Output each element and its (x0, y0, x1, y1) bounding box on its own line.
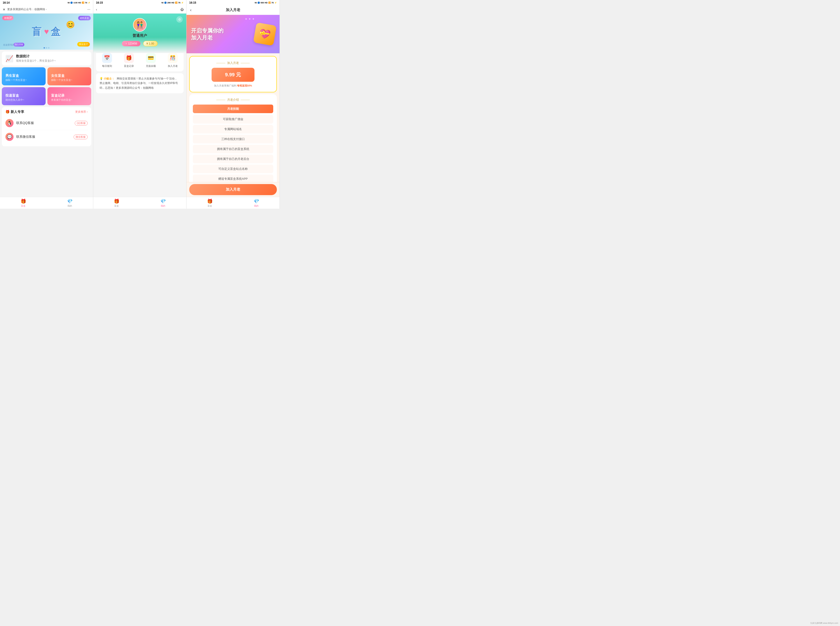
banner-main-text-2: 盒 (51, 25, 61, 38)
avatar-2: 👫 (133, 18, 147, 31)
nav-title-1: 更多亲测源码公众号：创颜网络 - (7, 8, 86, 11)
intro-active-tab[interactable]: 月老技能 (193, 105, 273, 113)
status-icons-2: NI 🔵 290 HD 📶 75 ⚡ (161, 2, 184, 4)
tab-box-3[interactable]: 🎁 盲盒 (186, 197, 233, 209)
intro-item-0: 可获取推广佣金 (193, 115, 273, 124)
banner-tag-1: 游戏CP (2, 16, 14, 20)
intro-item-6: 赠送专属盲盒系统APP (193, 175, 273, 182)
gear-icon-2[interactable]: ⚙ (176, 16, 183, 23)
tab-mine-label-2: 我的 (161, 204, 165, 208)
back-icon-2[interactable]: ‹ (96, 8, 97, 11)
notice-box: 💡 小贴士： 网络交友需谨慎！禁止大批量参与与'抽一个'活动，禁止微商、电销、引… (96, 73, 184, 93)
grid-item-submit-box[interactable]: 投递盲盒 期待您加入其中~ (2, 87, 45, 105)
power-icon-2[interactable]: ⏻ (180, 8, 184, 11)
stats-icon: 📈 (5, 55, 13, 62)
tab-box-icon-2: 🎁 (114, 199, 119, 204)
price-divider-left (216, 63, 225, 63)
profile-name: 普通用户 (133, 33, 147, 38)
tab-mine-icon-2: 💎 (160, 199, 166, 204)
nav-bar-2: ‹ ⏻ (93, 5, 186, 14)
grid-item-box-record[interactable]: 盲盒记录 查看属于你的盲盒~ (47, 87, 91, 105)
phone-screen-1: 16:14 NI 🔵 4.00 HD 📶 74 ⚡ ✕ 更多亲测源码公众号：创颜… (0, 0, 93, 209)
back-icon-3[interactable]: ‹ (190, 8, 191, 13)
grid-title-male: 男生盲盒 (5, 74, 42, 78)
recharge-label: 充值余额 (146, 64, 156, 68)
status-bar-1: 16:14 NI 🔵 4.00 HD 📶 74 ⚡ (0, 0, 93, 5)
tab-box-2[interactable]: 🎁 盲盒 (93, 197, 140, 209)
tab-mine-label-3: 我的 (254, 204, 258, 208)
intro-item-5: 可自定义盲盒站点名称 (193, 164, 273, 173)
intro-card: 月老介绍 月老技能 可获取推广佣金 专属网站域名 三种在线支付接口 拥有属于自己… (189, 94, 277, 182)
grid-sub-male: 抽取一个男生盲盒~ (5, 78, 42, 82)
time-3: 16:15 (189, 1, 196, 4)
yuelao-label: 加入月老 (168, 64, 178, 68)
status-bar-3: 16:15 NI 🔵 550 HD 📶 75 ⚡ (186, 0, 280, 5)
banner-join-label[interactable]: 加入月老 (14, 43, 24, 47)
grid-title-female: 女生盲盒 (51, 74, 88, 78)
banner-dot-1 (44, 47, 45, 49)
banner-1: 游戏CP 超机盲盒 盲 ♥ 盒 在这里等风也等你 加入月老 幸运盒子 😊 (0, 14, 93, 50)
price-button[interactable]: 9.99 元 (211, 68, 255, 82)
intro-item-4: 拥有属于自己的月老后台 (193, 155, 273, 163)
more-dots-1[interactable]: ··· (88, 8, 90, 11)
notice-label: 💡 小贴士： (100, 76, 114, 81)
yuelao-icon: 🎊 (168, 53, 178, 63)
banner3-box: 💝 (253, 22, 277, 46)
service-qq[interactable]: 🐧 联系QQ客服 QQ客服 (5, 116, 88, 130)
intro-item-1: 专属网站域名 (193, 125, 273, 133)
menu-item-recharge[interactable]: 💳 充值余额 (140, 53, 162, 68)
tab-box-1[interactable]: 🎁 盲盒 (0, 197, 47, 209)
tab-mine-3[interactable]: 💎 我的 (233, 197, 280, 209)
qq-badge[interactable]: QQ客服 (75, 121, 88, 125)
intro-section-title: 月老介绍 (193, 98, 273, 102)
grid-title-submit: 投递盲盒 (5, 94, 42, 98)
time-2: 16:15 (96, 1, 103, 4)
nav-bar-1: ✕ 更多亲测源码公众号：创颜网络 - ··· (0, 5, 93, 14)
money-badge: ¥ 1.00 (143, 41, 158, 46)
grid-item-female-box[interactable]: 女生盲盒 抽取一个女生盲盒~ (47, 67, 91, 85)
tab-bar-2: 🎁 盲盒 💎 我的 (93, 197, 186, 209)
banner-heart: ♥ (44, 27, 49, 36)
menu-item-yuelao[interactable]: 🎊 加入月老 (162, 53, 184, 68)
intro-item-3: 拥有属于自己的盲盒系统 (193, 145, 273, 153)
price-promo: 加入月老享推广福利 每笔返现50% (194, 84, 272, 88)
tab-box-label-3: 盲盒 (208, 204, 212, 208)
newuser-more[interactable]: 更多推荐 › (75, 110, 88, 114)
price-card: 加入月老 9.99 元 加入月老享推广福利 每笔返现50% (189, 56, 277, 92)
wechat-service-name: 联系微信客服 (16, 135, 74, 139)
wechat-badge[interactable]: 微信客服 (74, 135, 88, 139)
status-icons-3: NI 🔵 550 HD 📶 75 ⚡ (255, 2, 277, 4)
grid-sub-submit: 期待您加入其中~ (5, 98, 42, 102)
price-section-label: 加入月老 (227, 61, 239, 65)
join-yuelao-button[interactable]: 加入月老 (189, 184, 277, 195)
tab-mine-1[interactable]: 💎 我的 (47, 197, 93, 209)
menu-item-signin[interactable]: 📅 每日签到 (96, 53, 118, 68)
female-badge: ♀ 123456 (122, 41, 140, 46)
grid-item-male-box[interactable]: 男生盲盒 抽取一个男生盲盒~ (2, 67, 45, 85)
grid-section: 男生盲盒 抽取一个男生盲盒~ 女生盲盒 抽取一个女生盲盒~ 投递盲盒 期待您加入… (2, 67, 91, 105)
signin-label: 每日签到 (102, 64, 112, 68)
newuser-title: 🎁 新人专享 (5, 110, 24, 114)
banner-dot-3 (48, 47, 50, 49)
tab-mine-2[interactable]: 💎 我的 (140, 197, 186, 209)
status-bar-2: 16:15 NI 🔵 290 HD 📶 75 ⚡ (93, 0, 186, 5)
banner3-text: 开启专属你的加入月老 (191, 27, 224, 41)
banner-3: 开启专属你的加入月老 ✦ ✦ ✦ 💝 (186, 15, 280, 53)
female-icon: ♀ (125, 42, 127, 45)
menu-item-record[interactable]: 🎁 盲盒记录 (118, 53, 140, 68)
service-wechat[interactable]: 💬 联系微信客服 微信客服 (5, 130, 88, 144)
screen1-content: 游戏CP 超机盲盒 盲 ♥ 盒 在这里等风也等你 加入月老 幸运盒子 😊 📈 数… (0, 14, 93, 197)
nav-bar-3: ‹ 加入月老 (186, 5, 280, 15)
banner-dots (44, 47, 50, 49)
wechat-icon: 💬 (5, 133, 14, 141)
intro-item-2: 三种在线支付接口 (193, 135, 273, 143)
grid-title-record: 盲盒记录 (51, 94, 88, 98)
tab-box-icon-3: 🎁 (207, 199, 213, 204)
close-icon-1[interactable]: ✕ (3, 8, 5, 11)
promo-highlight: 每笔返现50% (237, 84, 252, 87)
newuser-section: 🎁 新人专享 更多推荐 › 🐧 联系QQ客服 QQ客服 💬 联系微信客服 微信客… (2, 107, 91, 146)
tab-mine-icon-1: 💎 (67, 199, 73, 204)
tab-bar-3: 🎁 盲盒 💎 我的 (186, 197, 280, 209)
money-icon: ¥ (147, 42, 148, 45)
price-section-title: 加入月老 (194, 61, 272, 65)
